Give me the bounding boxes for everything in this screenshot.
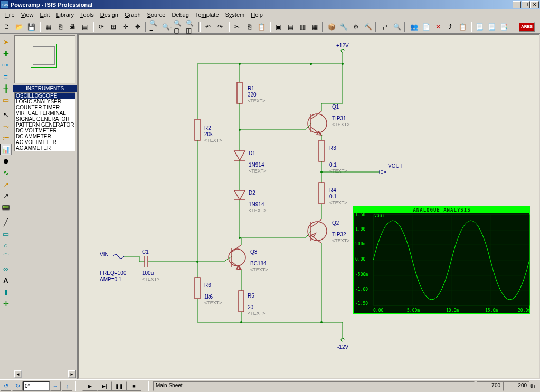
menu-graph[interactable]: Graph <box>121 11 144 19</box>
menu-help[interactable]: Help <box>248 11 266 19</box>
side-scrollbar[interactable]: ◄► <box>14 370 76 378</box>
menu-template[interactable]: Template <box>192 11 222 19</box>
menu-file[interactable]: File <box>2 11 18 19</box>
toggle-wire-icon[interactable]: ⇄ <box>379 21 391 33</box>
block-copy-icon[interactable]: ▣ <box>272 21 284 33</box>
exit-icon[interactable]: ⤴ <box>444 21 456 33</box>
import-icon[interactable]: ⎘ <box>54 21 66 33</box>
zoom-sheet-icon[interactable]: 📋 <box>457 21 468 33</box>
menu-source[interactable]: Source <box>144 11 169 19</box>
property-icon[interactable]: 👥 <box>408 21 420 33</box>
flip-v-icon[interactable]: ↕ <box>62 381 72 391</box>
minimize-button[interactable]: _ <box>513 1 521 8</box>
inst-dc-ammeter[interactable]: DC AMMETER <box>15 133 75 139</box>
new-icon[interactable]: 🗋 <box>1 21 13 33</box>
graph-mode-icon[interactable]: 📊 <box>0 144 12 155</box>
menu-system[interactable]: System <box>222 11 248 19</box>
menu-edit[interactable]: Edit <box>36 11 53 19</box>
schematic-canvas[interactable]: +12V R1 320 <TEXT> R2 20k <TEXT> <box>78 34 540 379</box>
markup-icon[interactable]: ▤ <box>79 21 90 33</box>
zoom-out-icon[interactable]: 🔍- <box>161 21 173 33</box>
pick-device-icon[interactable]: 📦 <box>326 21 337 33</box>
probe-i-icon[interactable]: ↗ <box>0 190 12 202</box>
redo-icon[interactable]: ↷ <box>214 21 226 33</box>
rotate-ccw-icon[interactable]: ↺ <box>1 381 11 391</box>
inst-logic-analyser[interactable]: LOGIC ANALYSER <box>15 99 75 104</box>
overview-window[interactable] <box>14 35 76 84</box>
maximize-button[interactable]: ❐ <box>522 1 530 8</box>
inst-dc-voltmeter[interactable]: DC VOLTMETER <box>15 128 75 133</box>
inst-virtual-terminal[interactable]: VIRTUAL TERMINAL <box>15 110 75 116</box>
selection-mode-icon[interactable]: ↖ <box>0 109 12 120</box>
inst-ac-ammeter[interactable]: AC AMMETER <box>15 145 75 151</box>
subcircuit-mode-icon[interactable]: ▭ <box>0 94 12 106</box>
zoom-area-icon[interactable]: 🔍◫ <box>185 21 197 33</box>
save-icon[interactable]: 💾 <box>25 21 37 33</box>
instrument-mode-icon[interactable]: 📟 <box>0 202 12 213</box>
zoom-all-icon[interactable]: 🔍▢ <box>173 21 185 33</box>
paste-icon[interactable]: 📋 <box>255 21 267 33</box>
box-icon[interactable]: ▭ <box>0 228 12 240</box>
make-device-icon[interactable]: 🔧 <box>338 21 349 33</box>
open-icon[interactable]: 📂 <box>13 21 25 33</box>
print-area-icon[interactable]: ▦ <box>42 21 54 33</box>
bus-mode-icon[interactable]: ╫ <box>0 82 12 94</box>
step-button[interactable]: ▶| <box>97 381 112 391</box>
zoom-in-icon[interactable]: 🔍+ <box>149 21 160 33</box>
inst-oscilloscope[interactable]: OSCILLOSCOPE <box>15 93 75 99</box>
probe-v-icon[interactable]: ↗ <box>0 178 12 190</box>
menu-library[interactable]: Library <box>53 11 77 19</box>
text-icon[interactable]: A <box>0 274 12 286</box>
analogue-analysis-graph[interactable]: ANALOGUE ANALYSIS VOUT <box>353 206 530 314</box>
cut-icon[interactable]: ✂ <box>231 21 243 33</box>
inst-signal-generator[interactable]: SIGNAL GENERATOR <box>15 116 75 122</box>
text-mode-icon[interactable]: ≡ <box>0 71 12 82</box>
block-delete-icon[interactable]: ▦ <box>309 21 320 33</box>
marker-icon[interactable]: ✛ <box>0 298 12 309</box>
refresh-icon[interactable]: ⟳ <box>96 21 107 33</box>
close-button[interactable]: ✕ <box>530 1 539 8</box>
netlist-icon[interactable]: 📑 <box>498 21 509 33</box>
menu-debug[interactable]: Debug <box>168 11 192 19</box>
block-rotate-icon[interactable]: ▥ <box>297 21 308 33</box>
generator-mode-icon[interactable]: ∿ <box>0 167 12 178</box>
pause-button[interactable]: ❚❚ <box>112 381 127 391</box>
pin-mode-icon[interactable]: ≔ <box>0 132 12 144</box>
pan-icon[interactable]: ✥ <box>132 21 144 33</box>
rotate-cw-icon[interactable]: ↻ <box>12 381 23 391</box>
angle-input[interactable] <box>23 381 50 391</box>
arc-icon[interactable]: ⌒ <box>0 251 12 263</box>
delete-sheet-icon[interactable]: ✕ <box>432 21 444 33</box>
stop-button[interactable]: ■ <box>127 381 141 391</box>
menu-view[interactable]: View <box>18 11 37 19</box>
new-sheet-icon[interactable]: 📄 <box>420 21 432 33</box>
circle-icon[interactable]: ○ <box>0 240 12 251</box>
ares-button[interactable]: ARES <box>519 22 535 32</box>
block-move-icon[interactable]: ▤ <box>285 21 296 33</box>
packaging-icon[interactable]: ⚙ <box>350 21 362 33</box>
label-mode-icon[interactable]: LBL <box>0 59 12 71</box>
junction-mode-icon[interactable]: ✚ <box>0 47 12 59</box>
play-button[interactable]: ▶ <box>82 381 97 391</box>
undo-icon[interactable]: ↶ <box>202 21 214 33</box>
print-icon[interactable]: 🖶 <box>67 21 78 33</box>
copy-icon[interactable]: ⎘ <box>243 21 255 33</box>
inst-counter-timer[interactable]: COUNTER TIMER <box>15 104 75 110</box>
terminal-mode-icon[interactable]: ⊸ <box>0 120 12 132</box>
origin-icon[interactable]: ✛ <box>120 21 131 33</box>
flip-h-icon[interactable]: ↔ <box>50 381 61 391</box>
inst-ac-voltmeter[interactable]: AC VOLTMETER <box>15 139 75 145</box>
erc-icon[interactable]: 📃 <box>486 21 497 33</box>
grid-icon[interactable]: ⊞ <box>108 21 119 33</box>
path-icon[interactable]: ∞ <box>0 263 12 274</box>
decompose-icon[interactable]: 🔨 <box>362 21 374 33</box>
component-mode-icon[interactable]: ➤ <box>0 36 12 47</box>
menu-tools[interactable]: Tools <box>77 11 97 19</box>
line-icon[interactable]: ╱ <box>0 216 12 228</box>
inst-pattern-generator[interactable]: PATTERN GENERATOR <box>15 122 75 128</box>
tape-mode-icon[interactable]: ⏺ <box>0 155 12 167</box>
symbol-icon[interactable]: ▮ <box>0 286 12 298</box>
menu-design[interactable]: Design <box>97 11 121 19</box>
bom-icon[interactable]: 📃 <box>473 21 485 33</box>
search-icon[interactable]: 🔍 <box>391 21 403 33</box>
